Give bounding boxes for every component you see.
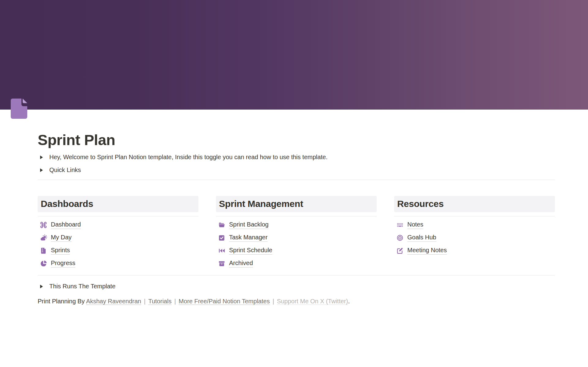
link-label: My Day [51,234,72,242]
divider [38,180,555,180]
column-resources: Resources Notes [394,196,555,270]
divider [216,216,377,216]
divider [38,275,555,275]
link-archived[interactable]: Archived [216,257,377,270]
link-label: Sprint Backlog [229,221,269,229]
link-sprints[interactable]: Sprints [38,244,198,257]
column-dashboards: Dashboards Dashboard [38,196,198,270]
column-header-label: Sprint Management [219,199,303,209]
keyboard-icon [396,221,404,229]
footer-link-author[interactable]: Akshay Raveendran [86,298,141,305]
column-header-label: Resources [397,199,444,209]
target-icon [396,234,404,242]
footer-separator: | [174,298,176,305]
link-label: Progress [51,260,75,268]
link-label: Meeting Notes [407,247,447,255]
column-header-dashboards: Dashboards [38,196,198,212]
divider [394,216,555,216]
toggle-triangle-icon [40,155,43,159]
toggle-triangle-icon [40,285,43,288]
rewind-icon [218,247,225,254]
toggle-welcome-label: Hey, Welcome to Sprint Plan Notion templ… [49,154,328,161]
pie-chart-icon [40,260,47,267]
page-content: Sprint Plan Hey, Welcome to Sprint Plan … [0,110,588,306]
link-dashboard[interactable]: Dashboard [38,219,198,231]
toggle-runs-template-label: This Runs The Template [49,283,115,290]
link-label: Archived [229,260,253,268]
footer-prefix: Print Planning By [38,298,86,305]
sun-cloud-icon [40,234,47,242]
folder-open-icon [218,221,225,229]
column-header-label: Dashboards [41,199,93,209]
toggle-welcome[interactable]: Hey, Welcome to Sprint Plan Notion templ… [38,151,555,164]
page-title[interactable]: Sprint Plan [38,110,555,149]
link-task-manager[interactable]: Task Manager [216,231,377,244]
link-label: Task Manager [229,234,268,242]
page-document-icon[interactable] [7,97,31,121]
footer-suffix: . [348,298,350,305]
command-icon [40,221,47,229]
columns-section: Dashboards Dashboard [38,196,555,270]
link-my-day[interactable]: My Day [38,231,198,244]
toggle-runs-template[interactable]: This Runs The Template [38,280,555,293]
footer-separator: | [273,298,274,305]
link-label: Sprints [51,247,70,255]
footer-link-twitter[interactable]: Support Me On X (Twitter) [277,298,348,305]
document-zip-icon [40,247,47,254]
link-sprint-backlog[interactable]: Sprint Backlog [216,219,377,231]
footer-link-tutorials[interactable]: Tutorials [148,298,172,305]
footer-separator: | [144,298,145,305]
toggle-triangle-icon [40,168,43,172]
divider [38,216,198,216]
column-sprint-management: Sprint Management Sprint Backlog [216,196,377,270]
edit-square-icon [396,247,404,254]
link-meeting-notes[interactable]: Meeting Notes [394,244,555,257]
toggle-quick-links-label: Quick Links [49,167,81,174]
checkbox-checked-icon [218,234,225,242]
link-progress[interactable]: Progress [38,257,198,270]
link-label: Notes [407,221,423,229]
archive-box-icon [218,260,225,267]
link-sprint-schedule[interactable]: Sprint Schedule [216,244,377,257]
link-label: Goals Hub [407,234,436,242]
link-label: Dashboard [51,221,81,229]
link-goals-hub[interactable]: Goals Hub [394,231,555,244]
footer-credits: Print Planning By Akshay Raveendran|Tuto… [38,297,555,306]
link-label: Sprint Schedule [229,247,272,255]
column-header-sprint-management: Sprint Management [216,196,377,212]
column-header-resources: Resources [394,196,555,212]
footer-link-more-templates[interactable]: More Free/Paid Notion Templates [179,298,270,305]
page-cover [0,0,588,110]
toggle-quick-links[interactable]: Quick Links [38,164,555,177]
link-notes[interactable]: Notes [394,219,555,231]
